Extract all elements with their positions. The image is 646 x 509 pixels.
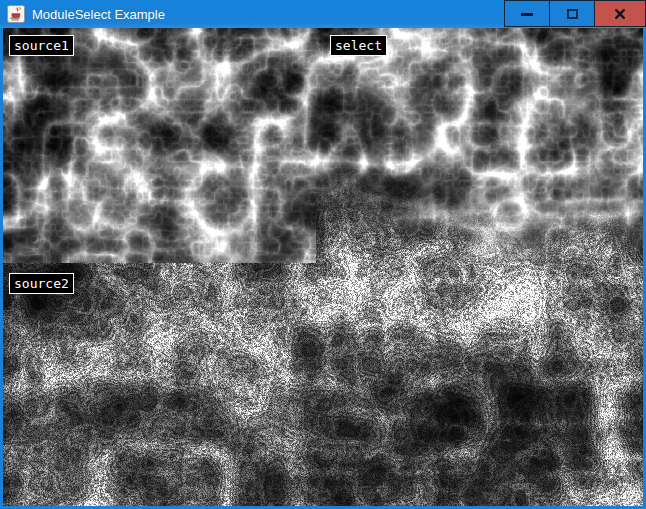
maximize-button[interactable] xyxy=(549,0,595,27)
select-label: select xyxy=(330,35,387,56)
maximize-icon xyxy=(567,9,578,19)
close-x-icon xyxy=(614,8,626,20)
render-area: source1 select source2 xyxy=(3,28,643,506)
source2-label: source2 xyxy=(9,273,74,294)
source2-noise-image xyxy=(3,263,643,506)
minimize-button[interactable] xyxy=(504,0,550,27)
java-app-icon[interactable] xyxy=(7,5,25,23)
window-controls xyxy=(505,0,646,27)
minimize-icon xyxy=(521,13,533,16)
titlebar[interactable]: ModuleSelect Example xyxy=(0,0,646,28)
window-title: ModuleSelect Example xyxy=(32,7,165,22)
close-button[interactable] xyxy=(594,0,646,27)
application-window: ModuleSelect Example source1 select sour… xyxy=(0,0,646,509)
java-coffee-cup-icon xyxy=(7,5,25,23)
source1-noise-image xyxy=(3,28,316,263)
source1-label: source1 xyxy=(9,35,74,56)
